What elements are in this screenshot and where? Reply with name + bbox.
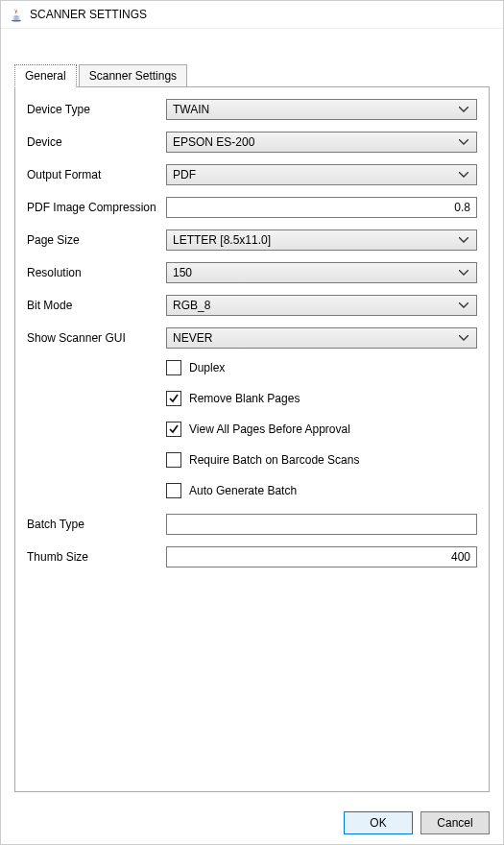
tab-label: Scanner Settings	[89, 69, 177, 83]
select-value: PDF	[173, 168, 457, 181]
chevron-down-icon	[457, 172, 470, 178]
input-value: 400	[451, 550, 470, 564]
chevron-down-icon	[457, 302, 470, 308]
chevron-down-icon	[457, 335, 470, 341]
checkbox-auto-generate-batch[interactable]	[166, 483, 181, 498]
label-output-format: Output Format	[27, 168, 166, 181]
checkbox-require-batch-barcode[interactable]	[166, 452, 181, 468]
select-device[interactable]: EPSON ES-200	[166, 132, 477, 153]
label-batch-type: Batch Type	[27, 518, 166, 531]
tab-panel-general: Device Type TWAIN Device EPSON ES-200 Ou…	[14, 86, 490, 792]
checkbox-label: Require Batch on Barcode Scans	[189, 453, 359, 467]
tab-general[interactable]: General	[14, 64, 77, 87]
select-value: EPSON ES-200	[173, 135, 457, 149]
input-value: 0.8	[454, 201, 470, 214]
checkbox-label: Remove Blank Pages	[189, 392, 300, 405]
select-device-type[interactable]: TWAIN	[166, 99, 477, 120]
select-value: 150	[173, 266, 457, 279]
label-device-type: Device Type	[27, 103, 166, 116]
cancel-button[interactable]: Cancel	[420, 811, 490, 834]
select-page-size[interactable]: LETTER [8.5x11.0]	[166, 229, 477, 251]
dialog-footer: OK Cancel	[1, 802, 503, 844]
select-value: RGB_8	[173, 299, 457, 312]
select-value: NEVER	[173, 331, 457, 345]
button-label: OK	[370, 816, 386, 830]
label-device: Device	[27, 135, 166, 149]
input-batch-type[interactable]	[166, 514, 477, 535]
tab-scanner-settings[interactable]: Scanner Settings	[79, 64, 187, 87]
select-value: TWAIN	[173, 103, 457, 116]
tab-label: General	[25, 69, 66, 83]
window-title: SCANNER SETTINGS	[30, 8, 147, 21]
label-page-size: Page Size	[27, 233, 166, 247]
checkbox-label: View All Pages Before Approval	[189, 422, 350, 436]
select-value: LETTER [8.5x11.0]	[173, 233, 457, 247]
label-show-scanner-gui: Show Scanner GUI	[27, 331, 166, 345]
label-resolution: Resolution	[27, 266, 166, 279]
checkbox-duplex[interactable]	[166, 360, 181, 375]
chevron-down-icon	[457, 139, 470, 145]
label-bit-mode: Bit Mode	[27, 299, 166, 312]
checkbox-view-all-pages[interactable]	[166, 422, 181, 437]
titlebar: SCANNER SETTINGS	[1, 1, 503, 29]
select-resolution[interactable]: 150	[166, 262, 477, 283]
select-bit-mode[interactable]: RGB_8	[166, 295, 477, 316]
input-pdf-image-compression[interactable]: 0.8	[166, 197, 477, 218]
chevron-down-icon	[457, 270, 470, 276]
tabstrip: General Scanner Settings	[14, 63, 490, 86]
button-label: Cancel	[437, 816, 472, 830]
label-pdf-image-compression: PDF Image Compression	[27, 201, 166, 214]
checkbox-label: Auto Generate Batch	[189, 484, 297, 497]
select-output-format[interactable]: PDF	[166, 164, 477, 185]
input-thumb-size[interactable]: 400	[166, 546, 477, 567]
select-show-scanner-gui[interactable]: NEVER	[166, 327, 477, 349]
checkbox-label: Duplex	[189, 361, 225, 374]
checkbox-remove-blank-pages[interactable]	[166, 391, 181, 406]
ok-button[interactable]: OK	[344, 811, 413, 834]
label-thumb-size: Thumb Size	[27, 550, 166, 564]
chevron-down-icon	[457, 237, 470, 243]
svg-point-0	[12, 20, 21, 22]
chevron-down-icon	[457, 107, 470, 112]
java-app-icon	[9, 7, 24, 22]
